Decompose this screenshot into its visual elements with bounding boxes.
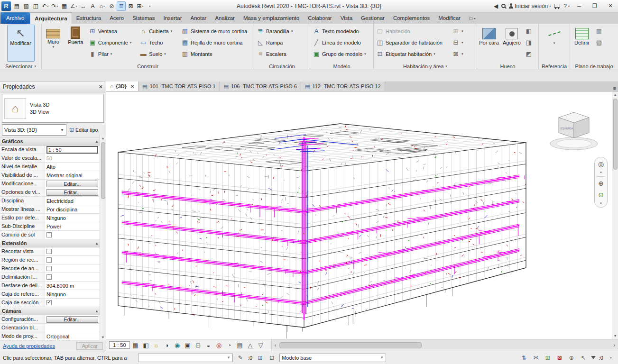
print-icon[interactable]: ▦ xyxy=(60,1,69,11)
tab-masa-y-emplazamiento[interactable]: Masa y emplazamiento xyxy=(239,12,304,24)
select-toggle-icon[interactable]: ↖ xyxy=(579,354,588,362)
tab-insertar[interactable]: Insertar xyxy=(159,12,186,24)
measure-icon[interactable]: ∠▾ xyxy=(69,1,78,11)
redo-icon[interactable]: ↷▾ xyxy=(50,1,59,11)
temporary-view-properties-icon[interactable]: ▤ xyxy=(235,341,245,350)
tab-archivo[interactable]: Archivo xyxy=(0,12,30,24)
text-icon[interactable]: A xyxy=(88,1,97,11)
tab-colaborar[interactable]: Colaborar xyxy=(304,12,336,24)
rendering-dialog-icon[interactable]: ◉ xyxy=(173,341,182,350)
exclude-options-icon[interactable]: ⊠ xyxy=(555,354,564,362)
panel-label-modelo[interactable]: Modelo xyxy=(310,62,373,70)
scroll-left-icon[interactable]: ‹ xyxy=(272,342,279,348)
muro-button[interactable]: Muro ▾ xyxy=(43,25,64,62)
customize-qat-icon[interactable]: ▾ xyxy=(145,1,154,11)
modificar-button[interactable]: ↖ Modificar xyxy=(7,25,35,62)
properties-help-link[interactable]: Ayuda de propiedades xyxy=(3,343,55,349)
panel-label-circulacion[interactable]: Circulación xyxy=(254,62,310,70)
cubierta-button[interactable]: ⌂Cubierta▾ xyxy=(138,26,179,37)
thin-lines-icon[interactable]: ≣ xyxy=(117,1,126,11)
save-icon[interactable]: ◫ xyxy=(31,1,40,11)
scroll-right-icon[interactable]: › xyxy=(610,342,618,348)
chevron-down-icon[interactable]: ▾ xyxy=(600,171,602,174)
suelo-button[interactable]: ▬Suelo▾ xyxy=(138,48,179,60)
etiquetar-habitacion-button[interactable]: ⊡Etiquetar habitación▾ xyxy=(375,48,450,60)
far-clip-checkbox[interactable] xyxy=(46,274,52,280)
section-icon[interactable]: ⊘ xyxy=(107,1,116,11)
tab-acero[interactable]: Acero xyxy=(105,12,128,24)
close-view-icon[interactable]: ✕ xyxy=(130,84,134,89)
pilar-button[interactable]: ▮Pilar▾ xyxy=(87,48,137,60)
por-cara-button[interactable]: Por cara xyxy=(478,25,500,62)
press-drag-icon[interactable]: ⊕ xyxy=(567,354,576,362)
sun-path-checkbox[interactable] xyxy=(46,232,52,237)
crop-view-icon[interactable]: ▣ xyxy=(183,341,193,350)
switch-windows-icon[interactable]: ⊞▾ xyxy=(136,1,145,11)
visual-style-icon[interactable]: ◧ xyxy=(141,341,151,350)
panel-label-plano-de-trabajo[interactable]: Plano de trabajo xyxy=(570,62,618,70)
tab-vista[interactable]: Vista xyxy=(336,12,357,24)
edit-type-button[interactable]: ⊞Editar tipo xyxy=(68,124,104,136)
default-3d-view-icon[interactable]: ⌂▾ xyxy=(98,1,107,11)
scroll-down-icon[interactable]: ▼ xyxy=(101,334,105,340)
crop-region-checkbox[interactable] xyxy=(46,257,52,263)
section-camara[interactable]: Cámara▴ xyxy=(0,307,100,315)
view-tab-piso-12[interactable]: ▤112 -TMC-TOR-ATS-PISO 12 xyxy=(301,82,385,91)
tab-complementos[interactable]: Complementos xyxy=(389,12,434,24)
grupo-de-modelo-button[interactable]: ▣Grupo de modelo▾ xyxy=(311,48,372,60)
pan-icon[interactable]: ⊕ xyxy=(596,179,606,188)
scrollbar-thumb[interactable] xyxy=(101,142,105,199)
mostrar-plano-button[interactable]: ▦ xyxy=(594,26,607,37)
ribbon-display-toggle[interactable]: ▭▾ xyxy=(467,12,477,24)
zoom-icon[interactable]: ⊙ xyxy=(596,190,606,200)
scroll-up-icon[interactable]: ▲ xyxy=(101,135,105,141)
scroll-down-icon[interactable]: ▼ xyxy=(614,333,617,339)
open-file-icon[interactable]: ▧ xyxy=(22,1,31,11)
editable-items-icon[interactable]: ✎ xyxy=(236,354,245,362)
apply-button[interactable]: Aplicar xyxy=(76,342,103,350)
sistema-muro-cortina-button[interactable]: ▦Sistema de muro cortina xyxy=(180,26,253,37)
worksets-icon[interactable]: ⊞ xyxy=(256,354,264,362)
new-file-icon[interactable]: ▤ xyxy=(12,1,21,11)
keytips-back-icon[interactable]: ◀ xyxy=(494,3,498,9)
tab-sistemas[interactable]: Sistemas xyxy=(128,12,159,24)
worksharing-sync-icon[interactable]: ⇅ xyxy=(520,354,528,362)
linea-de-modelo-button[interactable]: ╱Línea de modelo xyxy=(311,37,372,48)
sign-in-button[interactable]: Iniciar sesión▾ xyxy=(509,3,551,9)
scrollbar-thumb[interactable] xyxy=(279,342,422,348)
view-tab-piso-1[interactable]: ▤101 -TMC-TOR-ATS-PISO 1 xyxy=(138,82,220,91)
visor-plano-button[interactable]: ▧ xyxy=(594,37,607,48)
design-options-icon[interactable]: ⊟ xyxy=(267,354,276,362)
worksets-dialog-icon[interactable]: ⊞ xyxy=(544,354,552,362)
temporary-hide-isolate-icon[interactable]: ◒ xyxy=(204,341,213,350)
chevron-down-icon[interactable]: ▾ xyxy=(600,201,602,205)
rampa-button[interactable]: ◺Rampa xyxy=(255,37,308,48)
hueco-vertical-button[interactable]: ◨ xyxy=(524,37,537,48)
area-boundary-button[interactable]: ⊟▾ xyxy=(451,37,470,48)
search-icon[interactable] xyxy=(501,4,506,8)
detail-level-icon[interactable]: ▦ xyxy=(131,341,140,350)
horizontal-scrollbar[interactable]: ‹ › xyxy=(271,339,618,351)
view-cube[interactable]: IZQUIERDA xyxy=(548,107,600,154)
panel-label-referencia[interactable]: Referencia xyxy=(539,62,570,70)
tab-estructura[interactable]: Estructura xyxy=(72,12,105,24)
revit-logo-icon[interactable]: R xyxy=(1,1,11,11)
close-hidden-windows-icon[interactable]: ⊠ xyxy=(126,1,135,11)
escalera-button[interactable]: ≡Escalera xyxy=(255,48,308,60)
app-store-cart-icon[interactable] xyxy=(554,5,560,8)
section-box-checkbox[interactable] xyxy=(46,300,52,305)
analytical-model-icon[interactable]: △ xyxy=(246,341,255,350)
hueco-buhardilla-button[interactable]: ◩ xyxy=(524,48,537,60)
instance-selector[interactable]: Vista 3D: {3D}▼ xyxy=(2,124,66,136)
worksharing-display-icon[interactable]: ◔ xyxy=(225,341,234,350)
panel-label-hueco[interactable]: Hueco xyxy=(477,62,538,70)
minimize-button[interactable]: ─ xyxy=(573,1,585,11)
constraints-icon[interactable]: ▽ xyxy=(256,341,266,350)
properties-scrollbar[interactable]: ▲ ▼ xyxy=(100,135,106,340)
hueco-muro-button[interactable]: ◧ xyxy=(524,26,537,37)
texto-modelado-button[interactable]: ATexto modelado xyxy=(311,26,372,37)
rejilla-muro-cortina-button[interactable]: ▤Rejilla de muro cortina xyxy=(180,37,253,48)
close-properties-icon[interactable]: ✕ xyxy=(99,84,103,90)
barandilla-button[interactable]: ≣Barandilla▾ xyxy=(255,26,308,37)
chevron-down-icon[interactable]: ▾ xyxy=(607,354,615,362)
